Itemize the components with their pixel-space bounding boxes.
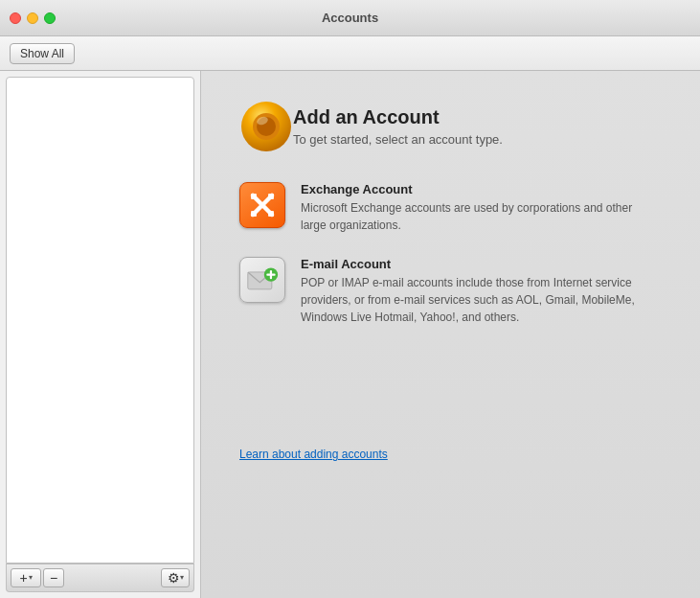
close-button[interactable] bbox=[10, 12, 21, 24]
title-bar: Accounts bbox=[0, 0, 700, 36]
right-panel: Add an Account To get started, select an… bbox=[201, 71, 700, 598]
svg-rect-9 bbox=[268, 211, 274, 217]
email-account-desc: POP or IMAP e-mail accounts include thos… bbox=[301, 274, 645, 326]
window-title: Accounts bbox=[322, 11, 378, 25]
learn-more-section: Learn about adding accounts bbox=[239, 426, 662, 462]
minus-icon: − bbox=[50, 571, 57, 585]
email-account-item[interactable]: E-mail Account POP or IMAP e-mail accoun… bbox=[239, 257, 662, 326]
show-all-button[interactable]: Show All bbox=[10, 43, 75, 64]
app-logo bbox=[239, 100, 293, 153]
exchange-account-desc: Microsoft Exchange accounts are used by … bbox=[301, 199, 645, 234]
add-account-text: Add an Account To get started, select an… bbox=[293, 106, 503, 147]
traffic-lights bbox=[10, 12, 56, 24]
email-icon bbox=[239, 257, 285, 303]
main-content: + ▾ − ⚙ ▾ bbox=[0, 71, 700, 598]
gear-icon: ⚙ bbox=[168, 571, 180, 585]
accounts-list bbox=[6, 77, 194, 564]
minimize-button[interactable] bbox=[27, 12, 38, 24]
exchange-account-item[interactable]: Exchange Account Microsoft Exchange acco… bbox=[239, 182, 662, 234]
svg-rect-8 bbox=[251, 211, 257, 217]
maximize-button[interactable] bbox=[44, 12, 56, 24]
plus-icon: + bbox=[19, 571, 27, 585]
chevron-down-icon: ▾ bbox=[180, 574, 184, 582]
chevron-down-icon: ▾ bbox=[29, 574, 33, 582]
exchange-account-info: Exchange Account Microsoft Exchange acco… bbox=[301, 182, 645, 234]
exchange-icon bbox=[239, 182, 285, 228]
exchange-account-name: Exchange Account bbox=[301, 182, 645, 196]
remove-account-button[interactable]: − bbox=[43, 568, 64, 587]
settings-button[interactable]: ⚙ ▾ bbox=[161, 568, 190, 587]
sidebar: + ▾ − ⚙ ▾ bbox=[0, 71, 201, 598]
add-account-header: Add an Account To get started, select an… bbox=[239, 100, 662, 153]
sidebar-toolbar: + ▾ − ⚙ ▾ bbox=[6, 564, 194, 592]
svg-rect-7 bbox=[268, 194, 274, 199]
toolbar: Show All bbox=[0, 36, 700, 71]
email-account-name: E-mail Account bbox=[301, 257, 645, 271]
add-account-button[interactable]: + ▾ bbox=[11, 568, 41, 587]
learn-more-link[interactable]: Learn about adding accounts bbox=[239, 448, 388, 461]
add-account-title: Add an Account bbox=[293, 106, 503, 128]
add-account-subtitle: To get started, select an account type. bbox=[293, 132, 503, 147]
email-account-info: E-mail Account POP or IMAP e-mail accoun… bbox=[301, 257, 645, 326]
svg-rect-6 bbox=[251, 194, 257, 199]
